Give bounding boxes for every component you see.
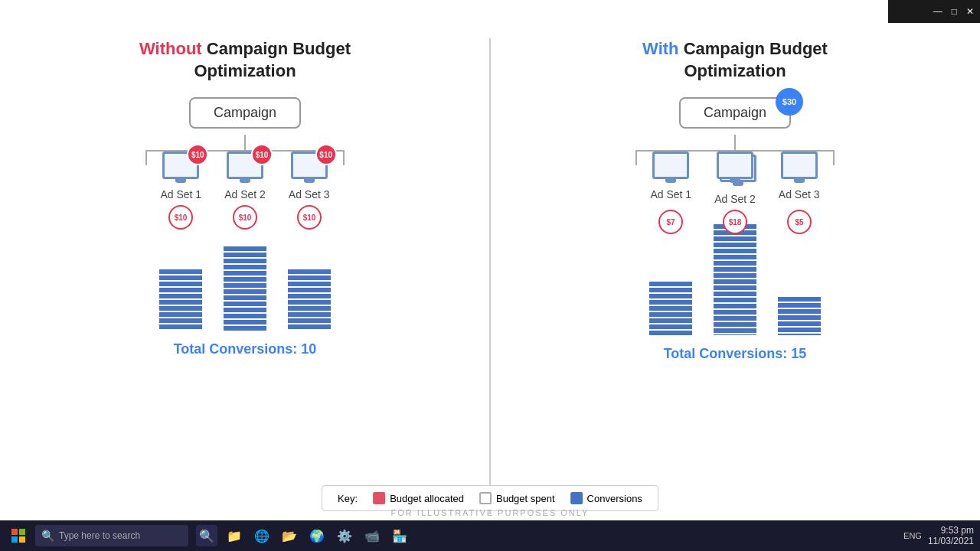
left-title-highlight: Without [139, 39, 202, 58]
right-chart-section: $7 $18 $5 Total Conversions: 15 [505, 220, 965, 362]
minimize-button[interactable]: — [933, 6, 942, 17]
taskbar-icons: 🔍 📁 🌐 📂 🌍 ⚙️ 📹 🏪 [196, 525, 410, 546]
right-adset-1: Ad Set 1 [650, 152, 691, 205]
right-campaign-box: Campaign $30 [679, 97, 791, 129]
taskbar-lang: ENG [903, 531, 922, 540]
taskbar: 🔍 Type here to search 🔍 📁 🌐 📂 🌍 ⚙️ 📹 🏪 E… [0, 520, 980, 551]
close-button[interactable]: ✕ [966, 6, 974, 17]
right-bar-1: $7 [649, 220, 692, 335]
taskbar-folder[interactable]: 📂 [279, 525, 300, 546]
taskbar-files[interactable]: 📁 [224, 525, 245, 546]
right-bar-3: $5 [778, 220, 821, 335]
legend-label-allocated: Budget allocated [390, 493, 464, 504]
right-monitor-1 [652, 152, 689, 179]
diagrams-row: Without Campaign BudgetOptimization Camp… [0, 38, 980, 513]
right-tree: Campaign $30 Ad Set 1 [505, 97, 965, 217]
legend-budget-allocated: Budget allocated [373, 492, 464, 504]
divider [489, 38, 491, 513]
left-bar-1: $10 [159, 216, 202, 331]
right-monitor-2a [717, 152, 753, 179]
svg-rect-0 [11, 529, 18, 535]
svg-rect-3 [19, 536, 25, 543]
legend-swatch-blue [570, 492, 583, 504]
right-title-highlight: With [642, 39, 678, 58]
right-ad-sets-row: Ad Set 1 Ad Set 2 Ad [650, 152, 819, 205]
taskbar-store[interactable]: 🏪 [389, 525, 410, 546]
right-bars-row: $7 $18 $5 [642, 220, 828, 335]
left-bar-3: $10 [288, 216, 331, 331]
left-chart-section: $10 $10 $10 Total Conversions: 10 [15, 216, 475, 357]
taskbar-time: 9:53 pm 11/03/2021 [928, 525, 974, 546]
legend-conversions: Conversions [570, 492, 642, 504]
left-bar-conv-2 [224, 246, 266, 331]
taskbar-search-box[interactable]: 🔍 Type here to search [35, 525, 188, 546]
left-tree: Campaign $10 Ad Set 1 [15, 97, 475, 212]
search-icon: 🔍 [41, 530, 54, 542]
taskbar-chrome[interactable]: ⚙️ [334, 525, 355, 546]
right-bar-conv-2 [714, 224, 756, 335]
right-adset-label-2: Ad Set 2 [714, 193, 756, 205]
start-button[interactable] [6, 523, 31, 548]
legend-label-spent: Budget spent [496, 493, 555, 504]
right-adset-2: Ad Set 2 [714, 152, 756, 205]
legend-swatch-red [373, 492, 385, 504]
left-adset-badge-2: $10 [251, 144, 273, 165]
left-adset-label-1: Ad Set 1 [160, 188, 201, 201]
right-bar-conv-1 [649, 282, 692, 335]
taskbar-ie[interactable]: 🌍 [306, 525, 328, 546]
taskbar-zoom[interactable]: 📹 [361, 525, 383, 546]
right-panel-title: With Campaign BudgetOptimization [642, 38, 828, 82]
right-bar-badge-2: $18 [723, 210, 747, 234]
maximize-button[interactable]: □ [952, 6, 957, 17]
main-content: Without Campaign BudgetOptimization Camp… [0, 23, 980, 520]
left-bar-conv-3 [288, 269, 331, 331]
left-bar-conv-1 [159, 269, 202, 331]
legend-budget-spent: Budget spent [479, 492, 555, 504]
legend-key-label: Key: [338, 493, 358, 504]
taskbar-search-app[interactable]: 🔍 [196, 525, 217, 546]
legend-label-conversions: Conversions [587, 493, 642, 504]
left-panel: Without Campaign BudgetOptimization Camp… [0, 38, 490, 513]
right-campaign-badge: $30 [776, 88, 803, 116]
left-adset-3: $10 Ad Set 3 [289, 152, 330, 201]
right-tree-line-v [734, 135, 736, 150]
left-bar-badge-1: $10 [168, 205, 193, 230]
right-bar-badge-1: $7 [658, 210, 683, 234]
left-adset-label-3: Ad Set 3 [289, 188, 330, 201]
right-total-conversions: Total Conversions: 15 [664, 346, 807, 362]
disclaimer: FOR ILLUSTRATIVE PURPOSES ONLY [391, 508, 590, 517]
left-bar-badge-2: $10 [233, 205, 257, 230]
right-adset-3: Ad Set 3 [779, 152, 820, 205]
left-adset-label-2: Ad Set 2 [224, 188, 266, 201]
right-monitor-3 [781, 152, 818, 179]
left-adset-2: $10 Ad Set 2 [224, 152, 266, 201]
legend-bar: Key: Budget allocated Budget spent Conve… [322, 485, 658, 511]
taskbar-edge[interactable]: 🌐 [251, 525, 273, 546]
left-bar-2: $10 [224, 216, 266, 331]
left-adset-badge-3: $10 [315, 144, 337, 165]
right-bar-conv-3 [778, 297, 821, 335]
right-adset-label-1: Ad Set 1 [650, 188, 691, 201]
left-adset-badge-1: $10 [187, 144, 208, 165]
right-adset-label-3: Ad Set 3 [779, 188, 820, 201]
left-ad-sets-row: $10 Ad Set 1 $10 Ad Set 2 [160, 152, 329, 201]
title-bar: — □ ✕ [888, 0, 980, 23]
legend-swatch-outline [479, 492, 492, 504]
svg-rect-2 [11, 536, 18, 543]
taskbar-right: ENG 9:53 pm 11/03/2021 [903, 525, 974, 546]
left-adset-1: $10 Ad Set 1 [160, 152, 201, 201]
svg-rect-1 [19, 529, 25, 535]
right-bar-2: $18 [714, 220, 756, 335]
left-tree-line-v [244, 135, 246, 150]
left-panel-title: Without Campaign BudgetOptimization [139, 38, 351, 82]
left-bar-badge-3: $10 [297, 205, 322, 230]
right-panel: With Campaign BudgetOptimization Campaig… [490, 38, 980, 513]
right-bar-badge-3: $5 [787, 210, 812, 234]
left-campaign-box: Campaign [189, 97, 301, 129]
left-bars-row: $10 $10 $10 [152, 216, 338, 331]
search-placeholder: Type here to search [59, 530, 140, 541]
left-total-conversions: Total Conversions: 10 [174, 341, 317, 357]
